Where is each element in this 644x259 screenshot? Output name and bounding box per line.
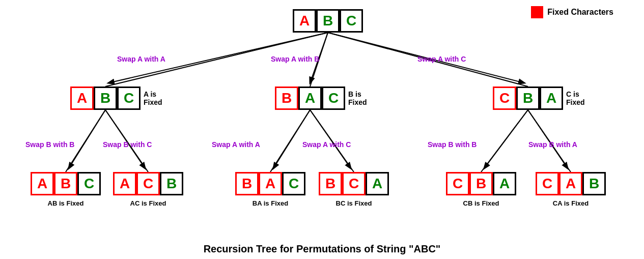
l1-left-fixed-label: A isFixed [144,90,162,106]
l2-mr-node: B C A [319,172,389,195]
l2-ml-char-A: A [259,172,282,195]
l2-ll-char-B: B [54,172,77,195]
l2-rr-char-A: A [559,172,582,195]
l2-rr-node: C A B [536,172,606,195]
swap-label-bWithB: Swap B with B [25,140,74,149]
l2-lr-caption: AC is Fixed [113,199,183,207]
tree-svg [0,0,644,259]
l2-rl-caption: CB is Fixed [446,199,516,207]
root-char-A: A [293,9,316,33]
l1-mid-char-B: B [275,87,298,110]
legend-label: Fixed Characters [547,8,613,17]
l1-mid-fixed-label: B isFixed [348,90,367,106]
swap-label-bWithC: Swap B with C [103,140,152,149]
l1-right-char-B: B [516,87,540,110]
svg-line-17 [528,110,568,168]
swap-label-bWithA: Swap B with A [528,140,577,149]
bottom-title: Recursion Tree for Permutations of Strin… [0,243,644,255]
l2-rr-char-C: C [536,172,559,195]
root-char-B: B [316,9,340,33]
l2-lr-char-C: C [136,172,160,195]
l2-mr-char-B: B [319,172,342,195]
l2-ml-char-C: C [282,172,305,195]
l2-ll-char-C: C [77,172,101,195]
l2-ll-char-A: A [31,172,54,195]
l1-mid-char-C: C [322,87,345,110]
l1-left-char-A: A [70,87,94,110]
svg-line-12 [69,110,105,168]
l2-ll-caption: AB is Fixed [31,199,101,207]
l2-lr-char-A: A [113,172,136,195]
l1-right-char-C: C [493,87,516,110]
l1-left-node: A B C A isFixed [70,87,162,110]
l2-ll-node: A B C [31,172,101,195]
svg-line-13 [105,110,145,168]
root-char-C: C [340,9,363,33]
root-node: A B C [293,9,363,33]
svg-line-16 [484,110,528,168]
l2-rr-char-B: B [582,172,606,195]
l2-mr-caption: BC is Fixed [319,199,389,207]
swap-label-aWithC: Swap A with C [417,55,466,63]
l2-mr-char-C: C [342,172,366,195]
l2-ml-caption: BA is Fixed [235,199,305,207]
l1-right-node: C B A C isFixed [493,87,585,110]
l2-lr-node: A C B [113,172,183,195]
swap-label-aWithA: Swap A with A [117,55,165,63]
l2-rl-node: C B A [446,172,516,195]
l1-left-char-B: B [94,87,117,110]
l2-lr-char-B: B [160,172,183,195]
l2-mr-char-A: A [366,172,389,195]
svg-line-14 [273,110,310,168]
l2-ml-char-B: B [235,172,259,195]
l2-rl-char-B: B [469,172,493,195]
legend: Fixed Characters [531,6,613,18]
swap-label-aWithA2: Swap A with A [212,140,260,149]
l1-left-char-C: C [117,87,141,110]
swap-label-aWithB: Swap A with B [271,55,319,63]
swap-label-aWithC2: Swap A with C [302,140,351,149]
l2-rl-char-A: A [493,172,516,195]
main-container: Fixed Characters A B C A B C A isFixed B… [0,0,644,259]
svg-line-15 [310,110,351,168]
l2-rl-char-C: C [446,172,469,195]
legend-red-box [531,6,543,18]
l1-right-char-A: A [540,87,563,110]
l1-mid-char-A: A [298,87,322,110]
swap-label-bWithB2: Swap B with B [428,140,477,149]
l2-ml-node: B A C [235,172,305,195]
l1-mid-node: B A C B isFixed [275,87,367,110]
l1-right-fixed-label: C isFixed [566,90,585,106]
l2-rr-caption: CA is Fixed [536,199,606,207]
